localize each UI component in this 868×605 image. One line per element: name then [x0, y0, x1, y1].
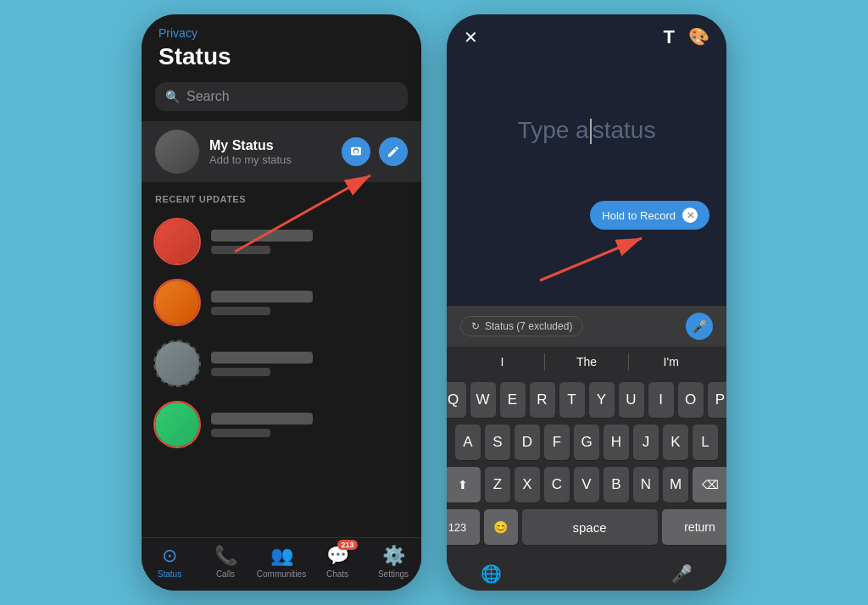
- key-l[interactable]: L: [693, 425, 718, 460]
- status-item-time: [211, 429, 270, 437]
- hold-record-button[interactable]: Hold to Record ✕: [590, 201, 709, 230]
- status-avatar: [155, 219, 199, 264]
- search-bar[interactable]: 🔍 Search: [155, 82, 408, 111]
- mic-icon: 🎤: [693, 319, 707, 333]
- list-item[interactable]: [142, 272, 421, 333]
- my-status-subtitle: Add to my status: [209, 153, 331, 166]
- prediction-1[interactable]: I: [460, 353, 545, 370]
- calls-icon: 📞: [214, 545, 237, 567]
- chats-nav-label: Chats: [326, 569, 348, 579]
- communities-icon: 👥: [270, 545, 293, 567]
- key-i[interactable]: I: [648, 382, 674, 418]
- key-b[interactable]: B: [604, 467, 629, 502]
- nav-item-communities[interactable]: 👥 Communities: [253, 545, 309, 579]
- key-row-2: A S D F G H J K L: [450, 425, 723, 460]
- list-item[interactable]: [142, 333, 421, 394]
- key-r[interactable]: R: [530, 382, 555, 418]
- key-s[interactable]: S: [485, 425, 510, 460]
- search-icon: 🔍: [165, 90, 180, 103]
- key-n[interactable]: N: [633, 467, 659, 502]
- nav-item-settings[interactable]: ⚙️ Settings: [365, 545, 421, 579]
- key-v[interactable]: V: [574, 467, 599, 502]
- nav-item-chats[interactable]: 💬 213 Chats: [309, 545, 365, 579]
- close-button[interactable]: ✕: [464, 27, 478, 47]
- shift-key[interactable]: ⬆: [447, 467, 481, 502]
- status-pill-label: Status (7 excluded): [485, 320, 572, 332]
- edit-button[interactable]: [379, 137, 408, 166]
- top-bar-actions: T 🎨: [664, 26, 709, 48]
- number-key[interactable]: 123: [447, 509, 480, 545]
- key-h[interactable]: H: [604, 425, 629, 460]
- key-m[interactable]: M: [663, 467, 688, 502]
- top-bar: ✕ T 🎨: [447, 14, 726, 60]
- left-phone-content: Privacy Status 🔍 Search My Status Add to…: [142, 14, 421, 591]
- key-t[interactable]: T: [559, 382, 585, 418]
- mic-button[interactable]: 🎤: [686, 313, 713, 340]
- key-row-4: 123 😊 space return: [450, 509, 723, 545]
- bottom-mic-icon[interactable]: 🎤: [671, 563, 693, 584]
- prediction-3[interactable]: I'm: [629, 353, 713, 370]
- key-k[interactable]: K: [663, 425, 688, 460]
- status-pill[interactable]: ↻ Status (7 excluded): [460, 316, 583, 336]
- nav-item-calls[interactable]: 📞 Calls: [198, 545, 253, 579]
- text-button[interactable]: T: [664, 26, 675, 48]
- key-q[interactable]: Q: [447, 382, 466, 418]
- key-o[interactable]: O: [678, 382, 704, 418]
- key-c[interactable]: C: [544, 467, 570, 502]
- key-z[interactable]: Z: [485, 467, 510, 502]
- key-e[interactable]: E: [500, 382, 526, 418]
- emoji-key[interactable]: 😊: [484, 509, 518, 545]
- status-icon: ⊙: [162, 545, 177, 567]
- return-key[interactable]: return: [662, 509, 727, 545]
- privacy-link[interactable]: Privacy: [142, 14, 421, 43]
- bottom-bar: 🌐 🎤: [447, 557, 726, 591]
- key-j[interactable]: J: [633, 425, 659, 460]
- status-nav-label: Status: [158, 569, 181, 579]
- my-status-row[interactable]: My Status Add to my status: [142, 121, 421, 182]
- keyboard-toolbar: ↻ Status (7 excluded) 🎤: [447, 306, 726, 347]
- key-y[interactable]: Y: [589, 382, 615, 418]
- my-status-name: My Status: [209, 138, 331, 153]
- space-key[interactable]: space: [522, 509, 658, 545]
- right-phone-content: ✕ T 🎨 Type astatus Hold to Record ✕: [447, 14, 726, 591]
- type-placeholder-text: Type astatus: [518, 117, 656, 145]
- prediction-2[interactable]: The: [545, 353, 630, 370]
- key-u[interactable]: U: [619, 382, 644, 418]
- status-item-name: [211, 230, 313, 241]
- key-g[interactable]: G: [574, 425, 599, 460]
- close-icon: ✕: [687, 211, 694, 220]
- list-item[interactable]: [142, 394, 421, 455]
- status-item-time: [211, 368, 270, 376]
- globe-icon[interactable]: 🌐: [481, 563, 502, 584]
- hold-record-label: Hold to Record: [602, 209, 676, 222]
- predictions-row: I The I'm: [447, 347, 726, 377]
- backspace-key[interactable]: ⌫: [693, 467, 726, 502]
- status-item-info: [211, 230, 408, 254]
- status-actions: [342, 137, 408, 166]
- key-w[interactable]: W: [470, 382, 496, 418]
- list-item[interactable]: [142, 211, 421, 272]
- key-f[interactable]: F: [544, 425, 570, 460]
- search-placeholder: Search: [186, 89, 230, 104]
- key-d[interactable]: D: [515, 425, 540, 460]
- left-phone: Privacy Status 🔍 Search My Status Add to…: [142, 14, 421, 591]
- key-p[interactable]: P: [708, 382, 727, 418]
- status-avatar: [155, 402, 199, 447]
- palette-button[interactable]: 🎨: [688, 26, 709, 48]
- key-row-1: Q W E R T Y U I O P: [450, 382, 723, 418]
- status-item-name: [211, 352, 313, 364]
- avatar: [155, 130, 199, 174]
- type-area[interactable]: Type astatus: [447, 60, 726, 201]
- status-avatar: [155, 280, 199, 325]
- nav-item-status[interactable]: ⊙ Status: [142, 545, 198, 579]
- recent-updates-label: RECENT UPDATES: [142, 182, 421, 211]
- keyboard: Q W E R T Y U I O P A S D F G H J K: [447, 377, 726, 557]
- svg-line-3: [540, 238, 642, 280]
- key-a[interactable]: A: [455, 425, 481, 460]
- refresh-icon: ↻: [471, 320, 480, 332]
- bottom-nav: ⊙ Status 📞 Calls 👥 Communities 💬 213: [142, 537, 421, 591]
- camera-button[interactable]: [342, 137, 370, 166]
- dismiss-record-button[interactable]: ✕: [682, 208, 698, 223]
- key-x[interactable]: X: [515, 467, 540, 502]
- status-item-time: [211, 246, 270, 254]
